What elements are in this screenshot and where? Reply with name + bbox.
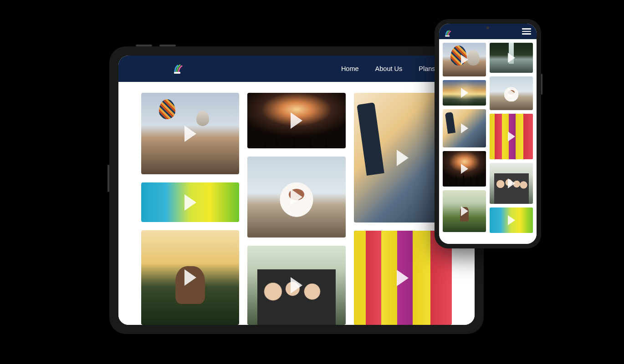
play-icon	[508, 53, 515, 63]
video-tile-hands[interactable]	[443, 109, 486, 147]
video-tile-tulips[interactable]	[490, 114, 533, 159]
video-tile-concert[interactable]	[443, 151, 486, 187]
video-tile-deer[interactable]	[141, 230, 239, 325]
play-icon	[397, 150, 409, 166]
tablet-side-button	[107, 165, 109, 192]
play-icon	[291, 112, 302, 129]
phone-side-button	[541, 74, 542, 95]
play-icon	[397, 270, 409, 286]
nav-link-home[interactable]: Home	[341, 65, 359, 72]
play-icon	[461, 88, 468, 98]
tablet-navbar: Home About Us Plans C	[118, 56, 475, 82]
play-icon	[184, 194, 196, 211]
brand-logo[interactable]	[445, 25, 456, 37]
video-tile-sunset[interactable]	[443, 80, 486, 106]
video-tile-dog[interactable]	[247, 157, 345, 238]
play-icon	[508, 131, 515, 142]
nav-link-about[interactable]: About Us	[375, 65, 403, 72]
phone-screen	[439, 24, 537, 244]
play-icon	[291, 189, 302, 205]
play-icon	[508, 88, 515, 98]
video-tile-waterfall[interactable]	[490, 43, 533, 73]
play-icon	[184, 269, 196, 286]
play-icon	[508, 215, 515, 225]
video-tile-balloons[interactable]	[443, 43, 486, 76]
play-icon	[461, 206, 468, 216]
logo-icon	[173, 63, 185, 75]
play-icon	[461, 55, 468, 65]
tablet-screen: Home About Us Plans C	[118, 56, 475, 325]
gallery-column	[443, 43, 486, 240]
tablet-top-buttons	[136, 45, 176, 46]
tablet-gallery	[118, 82, 475, 325]
phone-camera-dot	[486, 26, 489, 29]
gallery-column	[490, 43, 533, 240]
brand-logo[interactable]	[173, 63, 185, 75]
play-icon	[508, 178, 515, 188]
gallery-column	[141, 93, 239, 325]
video-tile-tulips[interactable]	[354, 231, 452, 325]
phone-device-frame	[435, 19, 541, 248]
play-icon	[461, 164, 468, 174]
hamburger-icon[interactable]	[522, 28, 531, 35]
video-tile-color-run[interactable]	[141, 182, 239, 222]
play-icon	[461, 123, 468, 133]
tablet-device-frame: Home About Us Plans C	[109, 46, 484, 334]
logo-icon	[445, 29, 453, 37]
nav-link-plans[interactable]: Plans	[419, 65, 435, 72]
video-tile-field-deer[interactable]	[443, 190, 486, 232]
video-tile-friends-group[interactable]	[247, 246, 345, 325]
video-tile-concert[interactable]	[247, 93, 345, 148]
video-tile-dog[interactable]	[490, 76, 533, 110]
video-tile-balloons[interactable]	[141, 93, 239, 174]
phone-gallery	[439, 39, 537, 244]
svg-rect-1	[445, 35, 450, 37]
video-tile-friends[interactable]	[490, 163, 533, 204]
play-icon	[184, 126, 196, 142]
svg-rect-0	[174, 72, 180, 74]
gallery-column	[247, 93, 345, 325]
video-tile-color-run[interactable]	[490, 207, 533, 233]
play-icon	[291, 277, 302, 293]
